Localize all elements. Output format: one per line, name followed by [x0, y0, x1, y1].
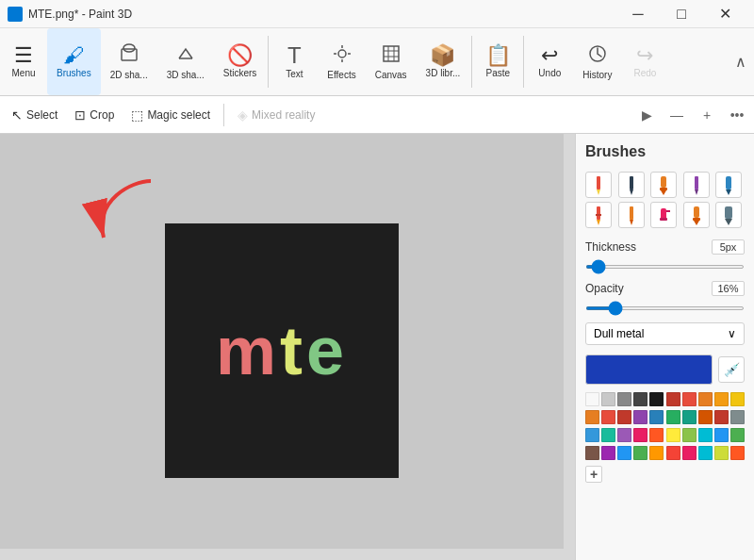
palette-color-cell[interactable] — [585, 410, 599, 424]
play-button[interactable]: ▶ — [633, 102, 660, 128]
maximize-button[interactable]: □ — [660, 0, 703, 28]
ribbon-3dshapes[interactable]: 3D sha... — [157, 28, 214, 95]
ribbon-history[interactable]: History — [573, 28, 621, 95]
select-label: Select — [26, 108, 57, 122]
ribbon-text[interactable]: T Text — [270, 28, 318, 95]
ribbon-brushes[interactable]: 🖌 Brushes — [47, 28, 101, 95]
palette-color-cell[interactable] — [649, 410, 664, 424]
palette-color-cell[interactable] — [714, 446, 729, 460]
menu-icon: ☰ — [14, 45, 33, 66]
brush-watercolor[interactable] — [715, 172, 742, 198]
palette-color-cell[interactable] — [633, 428, 647, 442]
ribbon-stickers[interactable]: 🚫 Stickers — [214, 28, 267, 95]
opacity-slider-container — [585, 300, 745, 313]
horizontal-scrollbar[interactable] — [0, 549, 575, 560]
ribbon-menu[interactable]: ☰ Menu — [0, 28, 47, 95]
opacity-slider[interactable] — [585, 306, 745, 310]
close-button[interactable]: ✕ — [703, 0, 746, 28]
svg-rect-24 — [726, 176, 731, 189]
ribbon-redo[interactable]: ↪ Redo — [621, 28, 668, 95]
ribbon-redo-label: Redo — [633, 68, 656, 78]
toolbar: ↖ Select ⊡ Crop ⬚ Magic select ◈ Mixed r… — [0, 96, 754, 134]
palette-color-cell[interactable] — [617, 410, 631, 424]
palette-color-cell[interactable] — [585, 446, 599, 460]
palette-color-cell[interactable] — [617, 446, 631, 460]
vertical-scrollbar[interactable] — [564, 134, 575, 549]
ribbon-collapse-button[interactable]: ∧ — [735, 53, 746, 71]
palette-color-cell[interactable] — [601, 446, 615, 460]
ribbon-effects[interactable]: Effects — [318, 28, 365, 95]
palette-color-cell[interactable] — [714, 410, 729, 424]
ribbon-brushes-label: Brushes — [57, 68, 91, 78]
palette-color-cell[interactable] — [585, 428, 599, 442]
svg-marker-36 — [694, 221, 699, 225]
palette-color-cell[interactable] — [698, 410, 713, 424]
ribbon-sep1 — [268, 36, 269, 88]
palette-color-cell[interactable] — [682, 446, 697, 460]
thickness-slider[interactable] — [585, 265, 745, 269]
ribbon-undo[interactable]: ↩ Undo — [526, 28, 573, 95]
palette-color-cell[interactable] — [730, 446, 745, 460]
palette-color-cell[interactable] — [714, 428, 729, 442]
palette-color-cell[interactable] — [601, 392, 615, 406]
palette-color-cell[interactable] — [698, 446, 713, 460]
3dshapes-icon — [175, 43, 196, 68]
dropdown-label: Dull metal — [594, 327, 644, 340]
brush-pen[interactable] — [618, 172, 645, 198]
palette-color-cell[interactable] — [698, 428, 713, 442]
svg-rect-35 — [693, 218, 700, 221]
palette-color-cell[interactable] — [633, 446, 647, 460]
svg-marker-30 — [630, 220, 633, 225]
brush-pencil[interactable] — [585, 172, 612, 198]
palette-color-cell[interactable] — [666, 392, 680, 406]
ribbon-stickers-label: Stickers — [223, 68, 257, 78]
palette-color-cell[interactable] — [666, 428, 680, 442]
minimize-button[interactable]: ─ — [616, 0, 660, 28]
minus-button[interactable]: — — [664, 102, 690, 128]
brush-oil[interactable] — [650, 172, 677, 198]
more-button[interactable]: ••• — [724, 102, 750, 128]
brush-calligraphy[interactable] — [715, 202, 742, 228]
magic-select-button[interactable]: ⬚ Magic select — [123, 104, 218, 126]
palette-color-cell[interactable] — [585, 392, 599, 406]
palette-color-cell[interactable] — [649, 428, 664, 442]
ribbon-canvas[interactable]: Canvas — [366, 28, 417, 95]
palette-color-cell[interactable] — [633, 410, 647, 424]
ribbon-3dlib[interactable]: 📦 3D libr... — [417, 28, 470, 95]
palette-color-cell[interactable] — [730, 410, 745, 424]
eyedropper-button[interactable]: 💉 — [718, 356, 745, 383]
palette-color-cell[interactable] — [649, 392, 664, 406]
ribbon-2dshapes[interactable]: 2D sha... — [101, 28, 157, 95]
toolbar-separator — [223, 104, 224, 126]
palette-color-cell[interactable] — [617, 428, 631, 442]
palette-color-cell[interactable] — [649, 446, 664, 460]
palette-color-cell[interactable] — [730, 392, 745, 406]
mixed-reality-button[interactable]: ◈ Mixed reality — [230, 104, 322, 126]
plus-button[interactable]: + — [694, 102, 720, 128]
palette-color-cell[interactable] — [666, 410, 680, 424]
brush-spray[interactable] — [650, 202, 677, 228]
palette-color-cell[interactable] — [682, 410, 697, 424]
palette-color-cell[interactable] — [698, 392, 713, 406]
crop-button[interactable]: ⊡ Crop — [67, 104, 122, 126]
palette-color-cell[interactable] — [682, 392, 697, 406]
material-dropdown[interactable]: Dull metal ∨ — [585, 322, 745, 345]
palette-color-cell[interactable] — [666, 446, 680, 460]
brush-crayon[interactable] — [585, 202, 612, 228]
add-color-button[interactable]: + — [585, 464, 745, 485]
brush-airbrush[interactable] — [683, 202, 710, 228]
ribbon-paste[interactable]: 📋 Paste — [474, 28, 521, 95]
palette-color-cell[interactable] — [617, 392, 631, 406]
palette-color-cell[interactable] — [682, 428, 697, 442]
brush-marker[interactable] — [683, 172, 710, 198]
brushes-icon: 🖌 — [63, 45, 84, 66]
brush-felt[interactable] — [618, 202, 645, 228]
palette-color-cell[interactable] — [633, 392, 647, 406]
palette-color-cell[interactable] — [601, 410, 615, 424]
select-button[interactable]: ↖ Select — [4, 104, 65, 126]
palette-color-cell[interactable] — [714, 392, 729, 406]
color-palette — [585, 392, 745, 464]
palette-color-cell[interactable] — [601, 428, 615, 442]
palette-color-cell[interactable] — [730, 428, 745, 442]
active-color-swatch[interactable] — [585, 354, 713, 385]
